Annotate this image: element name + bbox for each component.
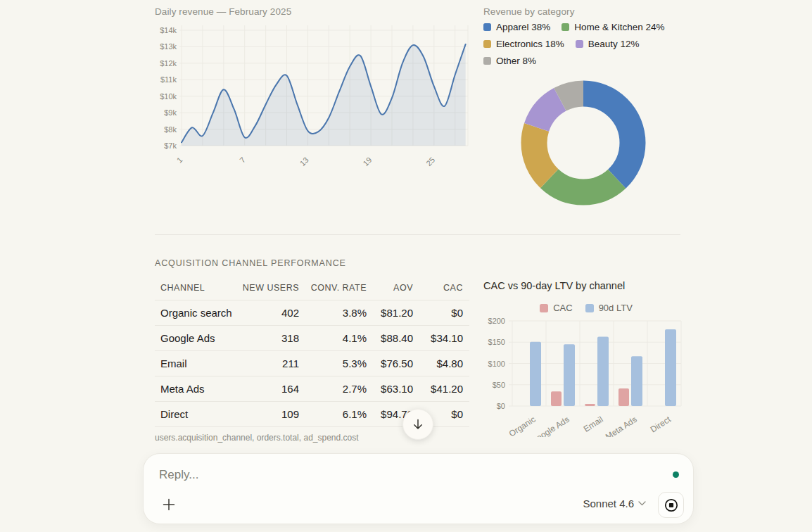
model-selector[interactable]: Sonnet 4.6 bbox=[583, 498, 646, 509]
legend-item-beauty: Beauty 12% bbox=[576, 39, 640, 49]
table-section-heading: ACQUISITION CHANNEL PERFORMANCE bbox=[155, 258, 346, 268]
reply-input[interactable]: Reply... bbox=[159, 468, 198, 482]
section-divider bbox=[155, 234, 680, 235]
y-axis-tick: $8k bbox=[164, 125, 177, 134]
bar-x-tick: Google Ads bbox=[529, 414, 571, 437]
x-axis-tick: 13 bbox=[298, 156, 310, 167]
daily-revenue-line-chart: $14k$13k$12k$11k$10k$9k$8k$7k17131925 bbox=[153, 20, 470, 171]
x-axis-tick: 7 bbox=[238, 156, 247, 165]
table-cell: 318 bbox=[231, 326, 299, 351]
down-arrow-icon bbox=[410, 416, 426, 433]
table-row-meta-ads: Meta Ads1642.7%$63.10$41.20 bbox=[155, 376, 469, 402]
legend-label: Beauty 12% bbox=[588, 39, 640, 49]
table-cell: $34.10 bbox=[413, 326, 469, 351]
table-source-caption: users.acquisition_channel, orders.total,… bbox=[155, 433, 359, 443]
chat-canvas: Daily revenue — February 2025 $14k$13k$1… bbox=[0, 0, 812, 532]
scroll-to-bottom-button[interactable] bbox=[402, 409, 433, 440]
table-cell: $88.40 bbox=[367, 326, 413, 351]
donut-legend: Apparel 38%Home & Kitchen 24%Electronics… bbox=[483, 22, 694, 66]
y-axis-tick: $9k bbox=[164, 108, 177, 117]
table-cell: 5.3% bbox=[299, 351, 367, 376]
bar-ltv-meta-ads bbox=[631, 356, 642, 406]
legend-chip-90d-ltv bbox=[585, 304, 594, 312]
table-row-organic-search: Organic search4023.8%$81.20$0 bbox=[155, 300, 469, 326]
table-row-google-ads: Google Ads3184.1%$88.40$34.10 bbox=[155, 326, 469, 351]
legend-chip-other bbox=[483, 57, 491, 65]
donut-chart-title: Revenue by category bbox=[483, 6, 574, 17]
table-cell: 109 bbox=[231, 402, 299, 427]
legend-item-apparel: Apparel 38% bbox=[483, 22, 550, 32]
y-axis-tick: $10k bbox=[160, 92, 177, 101]
legend-item-other: Other 8% bbox=[483, 56, 536, 66]
table-cell: 164 bbox=[231, 376, 299, 402]
y-axis-tick: $13k bbox=[160, 42, 177, 51]
table-header-row: CHANNEL NEW USERS CONV. RATE AOV CAC bbox=[155, 277, 469, 300]
legend-label: Apparel 38% bbox=[496, 22, 550, 32]
table-cell: $0 bbox=[413, 300, 469, 326]
column-header-channel: CHANNEL bbox=[155, 277, 231, 300]
legend-label: CAC bbox=[553, 303, 572, 313]
table-cell: $4.80 bbox=[413, 351, 469, 376]
bar-x-tick: Direct bbox=[649, 414, 673, 434]
bar-y-tick: $100 bbox=[488, 360, 505, 368]
status-dot bbox=[673, 471, 679, 478]
table-cell: 6.1% bbox=[299, 402, 367, 427]
y-axis-tick: $14k bbox=[160, 26, 177, 34]
attach-button[interactable] bbox=[159, 495, 179, 514]
bar-y-tick: $150 bbox=[488, 338, 505, 346]
bar-y-tick: $0 bbox=[497, 402, 505, 410]
cac-ltv-bar-chart: OrganicGoogle AdsEmailMeta AdsDirect$0$5… bbox=[483, 314, 689, 437]
table-row-email: Email2115.3%$76.50$4.80 bbox=[155, 351, 469, 376]
bar-ltv-google-ads bbox=[564, 344, 575, 406]
table-cell: Google Ads bbox=[155, 326, 231, 351]
bar-chart-legend: CAC90d LTV bbox=[483, 303, 689, 313]
model-selector-label: Sonnet 4.6 bbox=[583, 498, 634, 509]
bar-x-tick: Meta Ads bbox=[604, 414, 639, 437]
table-cell: Organic search bbox=[155, 300, 231, 326]
table-cell: 4.1% bbox=[299, 326, 367, 351]
bar-chart-title: CAC vs 90-day LTV by channel bbox=[483, 280, 625, 291]
table-cell: 3.8% bbox=[299, 300, 367, 326]
table-cell: Direct bbox=[155, 402, 231, 427]
line-chart-title: Daily revenue — February 2025 bbox=[155, 6, 291, 17]
legend-label: Other 8% bbox=[496, 56, 536, 66]
bar-y-tick: $50 bbox=[493, 381, 505, 389]
x-axis-tick: 19 bbox=[361, 156, 373, 167]
table-cell: Email bbox=[155, 351, 231, 376]
x-axis-tick: 1 bbox=[175, 156, 184, 165]
bar-cac-google-ads bbox=[551, 391, 562, 406]
table-cell: $76.50 bbox=[367, 351, 413, 376]
legend-chip-home-kitchen bbox=[562, 23, 569, 31]
table-cell: Meta Ads bbox=[155, 376, 231, 402]
record-stop-icon bbox=[664, 498, 679, 513]
bar-cac-meta-ads bbox=[618, 388, 629, 406]
legend-chip-beauty bbox=[576, 40, 583, 48]
legend-label: 90d LTV bbox=[599, 303, 633, 313]
bar-legend-item-90d-ltv: 90d LTV bbox=[585, 303, 633, 313]
plus-icon bbox=[162, 498, 176, 512]
legend-label: Electronics 18% bbox=[496, 39, 564, 49]
y-axis-tick: $11k bbox=[160, 75, 177, 84]
column-header-conv-rate: CONV. RATE bbox=[299, 277, 367, 300]
table-cell: $63.10 bbox=[367, 376, 413, 402]
bar-x-tick: Email bbox=[582, 414, 605, 434]
bar-y-tick: $200 bbox=[488, 317, 505, 325]
column-header-aov: AOV bbox=[367, 277, 413, 300]
table-cell: 402 bbox=[231, 300, 299, 326]
revenue-category-donut-chart bbox=[520, 80, 647, 206]
voice-mode-button[interactable] bbox=[658, 492, 684, 518]
bar-cac-email bbox=[585, 404, 595, 406]
legend-chip-apparel bbox=[483, 23, 491, 31]
bar-legend-item-cac: CAC bbox=[540, 303, 572, 313]
table-cell: $41.20 bbox=[413, 376, 469, 402]
bar-ltv-organic bbox=[530, 342, 541, 406]
table-cell: 211 bbox=[231, 351, 299, 376]
y-axis-tick: $12k bbox=[160, 59, 177, 68]
column-header-new-users: NEW USERS bbox=[231, 277, 299, 300]
y-axis-tick: $7k bbox=[164, 141, 177, 150]
legend-item-home-kitchen: Home & Kitchen 24% bbox=[562, 22, 664, 32]
column-header-cac: CAC bbox=[413, 277, 469, 300]
reply-composer: Reply... Sonnet 4.6 bbox=[143, 453, 694, 524]
legend-label: Home & Kitchen 24% bbox=[574, 22, 664, 32]
x-axis-tick: 25 bbox=[424, 156, 436, 167]
